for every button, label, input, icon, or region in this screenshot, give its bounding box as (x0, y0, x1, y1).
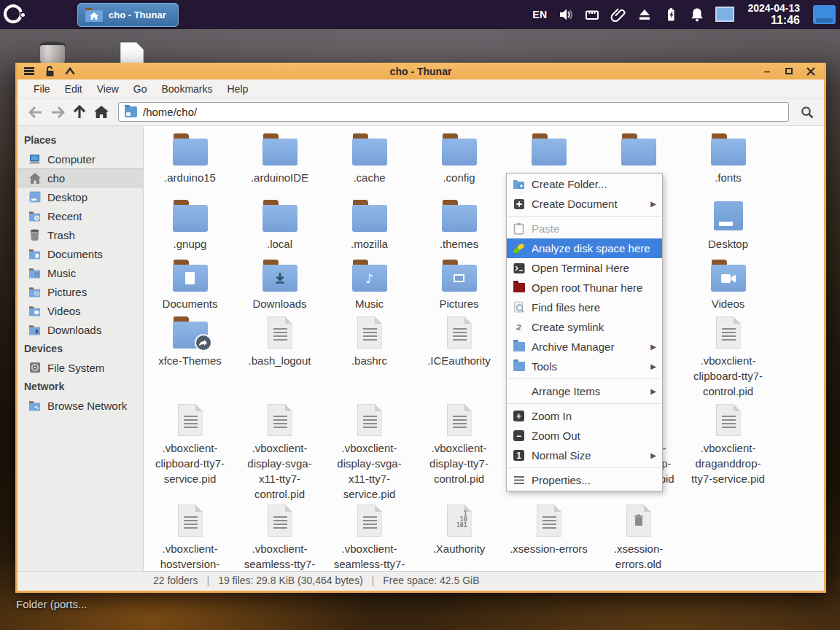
file-item-xsession-[interactable]: .xsession- errors.old (594, 504, 683, 571)
file-item-desktop[interactable]: Desktop (683, 199, 773, 252)
file-item-vboxclient-[interactable]: .vboxclient- clipboard-tty7- service.pid (145, 403, 235, 502)
text-file-icon (261, 403, 299, 437)
applications-menu-icon[interactable] (3, 4, 25, 26)
context-menu-item-paste[interactable]: Paste (507, 219, 662, 238)
clock[interactable]: 2024-04-13 11:46 (747, 2, 800, 27)
menubar-item-bookmarks[interactable]: Bookmarks (154, 81, 219, 97)
file-item-arduinoide[interactable]: .arduinoIDE (235, 133, 324, 185)
up-button[interactable] (69, 102, 90, 122)
context-menu-item-open-root-thunar-here[interactable]: Open root Thunar here (507, 278, 662, 298)
file-item-vboxclient-[interactable]: .vboxclient- draganddrop- tty7-service.p… (683, 403, 773, 502)
file-item-themes[interactable]: .themes (414, 199, 504, 252)
context-menu-item-arrange-items[interactable]: Arrange Items▶ (507, 381, 662, 401)
file-item-pictures[interactable]: Pictures (414, 259, 504, 311)
keyboard-layout-indicator[interactable]: EN (532, 5, 548, 24)
file-item-xauthority[interactable]: 110101.Xauthority (414, 504, 504, 571)
search-icon[interactable] (796, 102, 818, 122)
home-button[interactable] (90, 102, 112, 122)
sidebar-item-browse-network[interactable]: Browse Network (18, 396, 143, 415)
file-item-iceauthority[interactable]: .ICEauthority (414, 316, 504, 399)
menubar-item-help[interactable]: Help (220, 81, 256, 97)
sidebar-item-label: Music (47, 267, 76, 279)
titlebar[interactable]: cho - Thunar – (18, 63, 824, 79)
menubar-item-edit[interactable]: Edit (58, 81, 90, 97)
sidebar-item-desktop[interactable]: Desktop (18, 187, 143, 206)
forward-button[interactable] (47, 102, 69, 122)
file-item-arduino15[interactable]: .arduino15 (145, 133, 235, 185)
close-button[interactable] (805, 66, 817, 77)
desktop-trash-icon[interactable] (38, 41, 67, 66)
file-item-vboxclient-[interactable]: .vboxclient- seamless-tty7- (324, 504, 414, 571)
back-button[interactable] (25, 102, 47, 122)
file-item-vboxclient-[interactable]: .vboxclient- display-svga- x11-tty7- con… (235, 403, 324, 502)
submenu-arrow-icon: ▶ (650, 362, 656, 370)
sidebar-item-file-system[interactable]: File System (18, 358, 143, 377)
context-menu-item-create-document[interactable]: Create Document▶ (507, 194, 662, 214)
context-menu-item-find-files-here[interactable]: Find files here (507, 298, 662, 317)
menubar-item-view[interactable]: View (90, 81, 126, 97)
minimize-button[interactable]: – (761, 66, 773, 77)
sidebar-item-trash[interactable]: Trash (18, 225, 143, 244)
file-item-xfce-themes[interactable]: xfce-Themes (145, 316, 235, 399)
file-item-music[interactable]: ♪Music (324, 259, 414, 311)
sidebar-item-downloads[interactable]: Downloads (18, 320, 143, 339)
menubar-item-go[interactable]: Go (126, 81, 155, 97)
context-menu-item-archive-manager[interactable]: Archive Manager▶ (507, 337, 662, 357)
file-item-vboxclient-[interactable]: .vboxclient- seamless-tty7- (235, 504, 324, 571)
context-menu-item-normal-size[interactable]: 1Normal Size▶ (507, 446, 662, 465)
paperclip-icon[interactable] (610, 5, 626, 24)
sidebar-item-label: File System (47, 362, 104, 374)
eject-icon[interactable] (637, 5, 653, 24)
maximize-button[interactable] (783, 66, 795, 77)
file-item-cache[interactable]: .cache (324, 133, 414, 185)
window-preview-icon[interactable] (813, 5, 836, 24)
computer-icon (28, 153, 41, 166)
submenu-arrow-icon: ▶ (650, 451, 656, 459)
sidebar-item-videos[interactable]: Videos (18, 301, 143, 320)
folder-icon (171, 133, 209, 166)
taskbar-window-button[interactable]: cho - Thunar (77, 3, 179, 27)
sidebar-item-music[interactable]: ♪Music (18, 263, 143, 282)
desktop-icon (709, 199, 747, 233)
file-item-bash_logout[interactable]: .bash_logout (235, 316, 324, 399)
file-item-config[interactable]: .config (414, 133, 504, 185)
file-item-vboxclient-[interactable]: .vboxclient- clipboard-tty7- control.pid (683, 316, 773, 399)
file-item-vboxclient-[interactable]: .vboxclient- display-tty7- control.pid (414, 403, 504, 502)
context-menu-item-create-folder[interactable]: Create Folder... (507, 174, 662, 194)
context-menu-item-create-symlink[interactable]: Create symlink (507, 317, 662, 337)
sidebar-item-pictures[interactable]: Pictures (18, 282, 143, 301)
music-folder-icon: ♪ (351, 259, 389, 292)
file-item-gnupg[interactable]: .gnupg (145, 199, 235, 252)
file-item-mozilla[interactable]: .mozilla (324, 199, 414, 252)
submenu-arrow-icon: ▶ (650, 387, 656, 395)
volume-icon[interactable] (558, 5, 574, 24)
file-item-vboxclient-[interactable]: .vboxclient- display-svga- x11-tty7- ser… (324, 403, 414, 502)
notifications-bell-icon[interactable] (689, 5, 705, 24)
file-item-local[interactable]: .local (235, 199, 324, 252)
context-menu-item-open-terminal-here[interactable]: Open Terminal Here (507, 258, 662, 278)
context-menu-item-properties[interactable]: Properties... (507, 470, 662, 490)
file-item-downloads[interactable]: Downloads (235, 259, 324, 311)
context-menu-item-tools[interactable]: Tools▶ (507, 357, 662, 376)
path-bar[interactable]: /home/cho/ (118, 102, 789, 122)
context-menu-item-zoom-in[interactable]: +Zoom In (507, 406, 662, 426)
network-icon[interactable] (584, 5, 600, 24)
sidebar-item-cho[interactable]: cho (18, 168, 143, 187)
file-item-fonts[interactable]: .fonts (683, 133, 773, 185)
file-item-vboxclient-[interactable]: .vboxclient- hostversion- (145, 504, 235, 571)
context-menu-item-analyze-disk-space-here[interactable]: Analyze disk space here (507, 238, 662, 258)
desktop-icon-label[interactable]: Folder (ports... (16, 598, 88, 610)
file-grid[interactable]: .arduino15.arduinoIDE.cache.config.fonts… (144, 126, 824, 571)
workspace-pager[interactable] (715, 7, 734, 22)
file-item-videos[interactable]: Videos (683, 259, 773, 311)
sidebar-item-computer[interactable]: Computer (18, 149, 143, 168)
battery-icon[interactable] (663, 5, 679, 24)
context-menu-item-zoom-out[interactable]: −Zoom Out (507, 426, 662, 446)
file-item-bashrc[interactable]: .bashrc (324, 316, 414, 399)
file-item-xsession-errors[interactable]: .xsession-errors (504, 504, 594, 571)
sidebar-item-recent[interactable]: Recent (18, 206, 143, 225)
zoom-out-icon: − (513, 429, 525, 442)
sidebar-item-documents[interactable]: Documents (18, 244, 143, 263)
file-item-documents[interactable]: Documents (145, 259, 235, 311)
menubar-item-file[interactable]: File (26, 81, 58, 97)
